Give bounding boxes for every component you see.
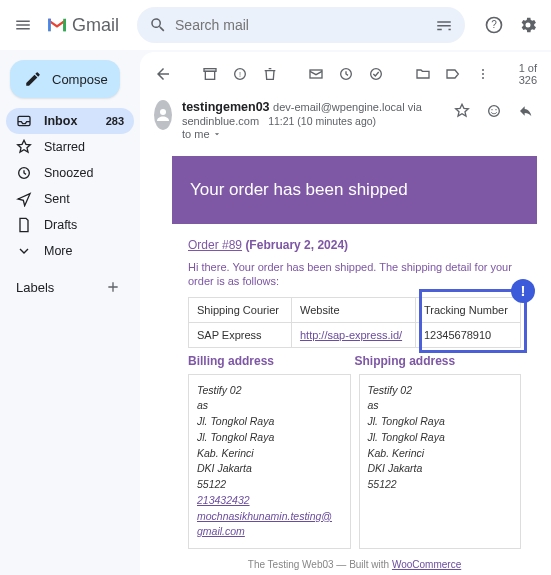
more-button[interactable] xyxy=(475,63,491,85)
inbox-icon xyxy=(16,113,32,129)
billing-address: Testify 02 as Jl. Tongkol Raya Jl. Tongk… xyxy=(188,374,351,550)
draft-icon xyxy=(16,217,32,233)
spam-button[interactable]: ! xyxy=(232,63,248,85)
addtask-button[interactable] xyxy=(368,63,384,85)
sidebar: Compose Inbox 283 Starred Snoozed Sent xyxy=(0,50,140,575)
move-button[interactable] xyxy=(415,63,431,85)
help-icon[interactable]: ? xyxy=(483,14,505,36)
sent-icon xyxy=(16,191,32,207)
product-name: Gmail xyxy=(72,15,119,36)
svg-point-14 xyxy=(482,73,484,75)
pager-text: 1 of 326 xyxy=(519,62,537,86)
nav-sent[interactable]: Sent xyxy=(6,186,134,212)
search-icon xyxy=(149,16,167,34)
nav-drafts[interactable]: Drafts xyxy=(6,212,134,238)
woocommerce-link[interactable]: WooCommerce xyxy=(392,559,461,570)
billing-header: Billing address xyxy=(188,354,355,368)
sender-name: testingemen03 xyxy=(182,100,270,114)
inbox-count: 283 xyxy=(106,115,124,127)
billing-phone[interactable]: 213432432 xyxy=(197,493,342,509)
clock-icon xyxy=(16,165,32,181)
reply-button[interactable] xyxy=(515,100,537,122)
snooze-button[interactable] xyxy=(338,63,354,85)
email-footer: The Testing Web03 — Built with WooCommer… xyxy=(188,549,521,574)
nav-inbox[interactable]: Inbox 283 xyxy=(6,108,134,134)
settings-icon[interactable] xyxy=(517,14,539,36)
chevron-down-icon xyxy=(16,243,32,259)
td-tracking: 12345678910 xyxy=(415,322,520,347)
order-link[interactable]: Order #89 xyxy=(188,238,242,252)
svg-point-12 xyxy=(371,69,382,80)
nav-more[interactable]: More xyxy=(6,238,134,264)
svg-point-16 xyxy=(160,109,166,115)
th-tracking: Tracking Number xyxy=(415,297,520,322)
svg-rect-7 xyxy=(206,71,215,79)
back-button[interactable] xyxy=(154,63,172,85)
billing-email-1[interactable]: mochnasikhunamin.testing@ xyxy=(197,509,342,525)
svg-text:!: ! xyxy=(239,70,241,79)
compose-label: Compose xyxy=(52,72,108,87)
delete-button[interactable] xyxy=(262,63,278,85)
nav-snoozed[interactable]: Snoozed xyxy=(6,160,134,186)
message-time: 11:21 (10 minutes ago) xyxy=(268,115,376,127)
add-label-button[interactable] xyxy=(102,276,124,298)
shipping-address: Testify 02 as Jl. Tongkol Raya Jl. Tongk… xyxy=(359,374,522,550)
emoji-button[interactable] xyxy=(483,100,505,122)
svg-rect-1 xyxy=(63,19,66,31)
shipping-table: Shipping Courier Website Tracking Number… xyxy=(188,297,521,348)
billing-email-2[interactable]: gmail.com xyxy=(197,524,342,540)
th-courier: Shipping Courier xyxy=(189,297,292,322)
search-box[interactable] xyxy=(137,7,465,43)
callout-badge: ! xyxy=(511,279,535,303)
star-message-button[interactable] xyxy=(451,100,473,122)
svg-point-19 xyxy=(495,109,496,110)
svg-rect-0 xyxy=(48,19,51,31)
svg-point-17 xyxy=(489,106,500,117)
svg-point-15 xyxy=(482,77,484,79)
svg-text:?: ? xyxy=(491,19,497,30)
shipping-header: Shipping address xyxy=(355,354,522,368)
archive-button[interactable] xyxy=(202,63,218,85)
order-date: (February 2, 2024) xyxy=(245,238,348,252)
svg-point-13 xyxy=(482,69,484,71)
unread-button[interactable] xyxy=(308,63,324,85)
svg-point-18 xyxy=(491,109,492,110)
email-intro: Hi there. Your order has been shipped. T… xyxy=(188,260,521,289)
menu-icon[interactable] xyxy=(12,14,34,36)
message-toolbar: ! 1 of 326 xyxy=(140,52,551,96)
compose-button[interactable]: Compose xyxy=(10,60,120,98)
gmail-logo: Gmail xyxy=(46,15,119,36)
email-body: Your order has been shipped Order #89 (F… xyxy=(172,156,537,575)
nav-starred[interactable]: Starred xyxy=(6,134,134,160)
th-website: Website xyxy=(291,297,415,322)
label-button[interactable] xyxy=(445,63,461,85)
tune-icon[interactable] xyxy=(435,16,453,34)
search-input[interactable] xyxy=(175,17,435,33)
avatar xyxy=(154,100,172,130)
star-icon xyxy=(16,139,32,155)
td-courier: SAP Express xyxy=(189,322,292,347)
pencil-icon xyxy=(24,70,42,88)
expand-recipients-icon[interactable] xyxy=(212,129,222,139)
td-website-link[interactable]: http://sap-express.id/ xyxy=(300,329,402,341)
email-banner: Your order has been shipped xyxy=(172,156,537,224)
message-pane: ! 1 of 326 testingemen03 dev-email@wpeng… xyxy=(140,52,551,575)
labels-header: Labels xyxy=(16,280,54,295)
